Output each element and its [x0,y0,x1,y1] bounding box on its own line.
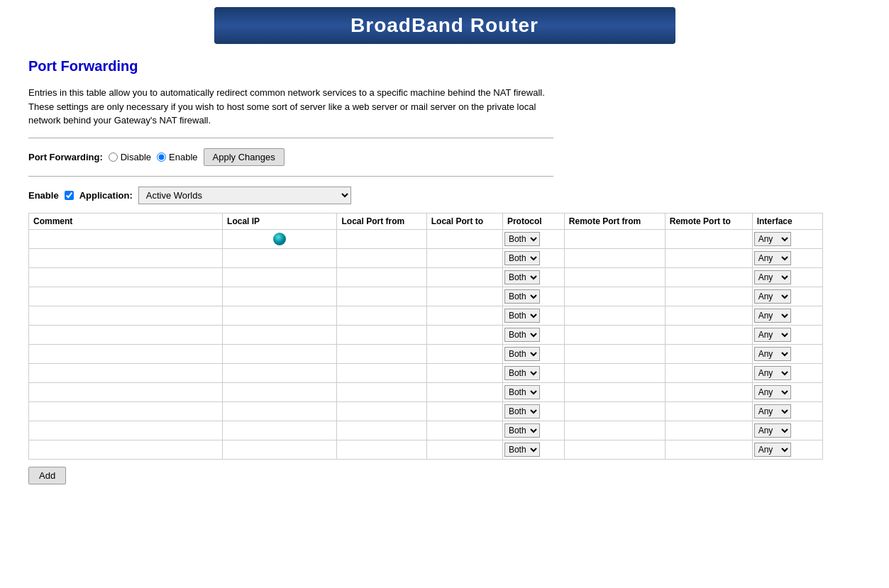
local-port-to-input[interactable] [429,365,501,381]
remote-port-to-input[interactable] [667,423,751,438]
local-ip-input[interactable] [224,270,335,285]
remote-port-to-input[interactable] [667,231,751,247]
protocol-select[interactable]: BothTCPUDP [504,289,540,304]
interface-select[interactable]: AnyWANLAN [754,251,791,265]
local-port-to-input[interactable] [429,289,501,304]
remote-port-to-input[interactable] [667,250,751,266]
interface-select[interactable]: AnyWANLAN [754,328,791,342]
application-select[interactable]: Active WorldsAIM TalkDiablo IIDNSFTPHTTP… [138,187,351,204]
comment-input[interactable] [31,289,221,304]
comment-input[interactable] [31,327,221,343]
remote-port-from-input[interactable] [566,346,663,362]
local-ip-input[interactable] [224,365,335,381]
local-ip-input[interactable] [224,250,335,266]
local-port-from-input[interactable] [338,231,424,247]
interface-select[interactable]: AnyWANLAN [754,404,791,418]
protocol-select[interactable]: BothTCPUDP [504,366,540,380]
remote-port-to-input[interactable] [667,346,751,362]
comment-input[interactable] [31,231,221,247]
local-port-to-input[interactable] [429,250,501,266]
remote-port-from-input[interactable] [566,442,663,457]
local-ip-input[interactable] [224,346,335,362]
local-port-from-input[interactable] [338,442,424,457]
remote-port-from-input[interactable] [566,384,663,400]
local-ip-input[interactable] [224,423,335,438]
local-port-from-input[interactable] [338,270,424,285]
local-port-to-input[interactable] [429,327,501,343]
interface-select[interactable]: AnyWANLAN [754,232,791,246]
remote-port-from-input[interactable] [566,404,663,419]
interface-select[interactable]: AnyWANLAN [754,366,791,380]
remote-port-from-input[interactable] [566,327,663,343]
disable-radio[interactable] [109,152,118,162]
local-port-to-input[interactable] [429,308,501,323]
comment-input[interactable] [31,365,221,381]
remote-port-to-input[interactable] [667,327,751,343]
comment-input[interactable] [31,346,221,362]
local-port-to-input[interactable] [429,384,501,400]
local-port-to-input[interactable] [429,423,501,438]
local-port-to-input[interactable] [429,346,501,362]
remote-port-to-input[interactable] [667,270,751,285]
local-port-from-input[interactable] [338,346,424,362]
local-ip-input[interactable] [224,404,335,419]
enable-checkbox[interactable] [65,191,74,200]
interface-select[interactable]: AnyWANLAN [754,443,791,457]
remote-port-to-input[interactable] [667,442,751,457]
interface-select[interactable]: AnyWANLAN [754,309,791,323]
apply-changes-button[interactable]: Apply Changes [204,148,285,166]
comment-input[interactable] [31,384,221,400]
remote-port-to-input[interactable] [667,308,751,323]
protocol-select[interactable]: BothTCPUDP [504,443,540,457]
local-ip-input[interactable] [224,327,335,343]
remote-port-from-input[interactable] [566,423,663,438]
local-ip-input[interactable] [224,442,335,457]
local-port-from-input[interactable] [338,404,424,419]
remote-port-to-input[interactable] [667,384,751,400]
remote-port-to-input[interactable] [667,404,751,419]
remote-port-from-input[interactable] [566,289,663,304]
local-ip-input[interactable] [224,384,335,400]
protocol-select[interactable]: BothTCPUDP [504,328,540,342]
comment-input[interactable] [31,442,221,457]
remote-port-to-input[interactable] [667,365,751,381]
interface-select[interactable]: AnyWANLAN [754,270,791,284]
comment-input[interactable] [31,404,221,419]
remote-port-to-input[interactable] [667,289,751,304]
local-port-to-input[interactable] [429,270,501,285]
comment-input[interactable] [31,308,221,323]
comment-input[interactable] [31,270,221,285]
remote-port-from-input[interactable] [566,365,663,381]
protocol-select[interactable]: BothTCPUDP [504,423,540,438]
remote-port-from-input[interactable] [566,270,663,285]
enable-radio-label[interactable]: Enable [157,152,197,162]
local-port-from-input[interactable] [338,423,424,438]
protocol-select[interactable]: BothTCPUDP [504,347,540,361]
interface-select[interactable]: AnyWANLAN [754,347,791,361]
remote-port-from-input[interactable] [566,308,663,323]
add-button[interactable]: Add [28,467,66,484]
local-port-to-input[interactable] [429,231,501,247]
comment-input[interactable] [31,250,221,266]
comment-input[interactable] [31,423,221,438]
local-port-to-input[interactable] [429,404,501,419]
local-port-to-input[interactable] [429,442,501,457]
interface-select[interactable]: AnyWANLAN [754,289,791,304]
protocol-select[interactable]: BothTCPUDP [504,385,540,399]
protocol-select[interactable]: BothTCPUDP [504,404,540,418]
interface-select[interactable]: AnyWANLAN [754,385,791,399]
local-ip-input[interactable] [224,289,335,304]
local-port-from-input[interactable] [338,384,424,400]
remote-port-from-input[interactable] [566,250,663,266]
enable-radio[interactable] [157,152,166,162]
protocol-select[interactable]: BothTCPUDP [504,232,540,246]
disable-radio-label[interactable]: Disable [109,152,151,162]
remote-port-from-input[interactable] [566,231,663,247]
local-port-from-input[interactable] [338,308,424,323]
interface-select[interactable]: AnyWANLAN [754,423,791,438]
protocol-select[interactable]: BothTCPUDP [504,251,540,265]
protocol-select[interactable]: BothTCPUDP [504,309,540,323]
protocol-select[interactable]: BothTCPUDP [504,270,540,284]
local-port-from-input[interactable] [338,365,424,381]
local-ip-input[interactable] [224,308,335,323]
